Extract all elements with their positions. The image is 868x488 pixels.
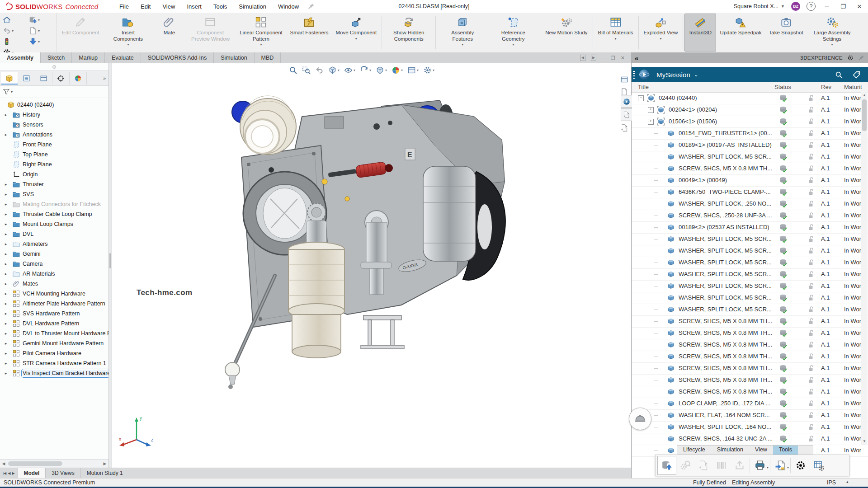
- table-row[interactable]: WASHER, SPLIT LOCK, M5 SCR...A.1In Work: [632, 304, 868, 316]
- panel-pin-icon[interactable]: [858, 55, 864, 61]
- expand-icon[interactable]: +: [648, 107, 654, 113]
- ribbon-button-instant3d[interactable]: Instant3D: [684, 14, 716, 52]
- column-title[interactable]: Title: [638, 84, 649, 90]
- ribbon-button-component-preview-window[interactable]: Component Preview Window: [185, 14, 236, 52]
- table-row[interactable]: SCREW, SHCS, M5 X 0.8 MM TH...A.1In Work: [632, 327, 868, 339]
- tab-simulation[interactable]: Simulation: [214, 52, 254, 63]
- tab-displaymanager[interactable]: [70, 72, 87, 84]
- help-button[interactable]: ?: [807, 2, 816, 11]
- clipboard-button[interactable]: [620, 87, 628, 96]
- ribbon-button-bill-of-materials[interactable]: Bill of Materials▾: [594, 14, 637, 52]
- print-button[interactable]: ▾: [751, 456, 769, 474]
- undo-button[interactable]: ▾: [3, 25, 29, 36]
- panel-side-tab-apps[interactable]: [621, 108, 632, 121]
- apply-scene-button[interactable]: ▾: [406, 65, 420, 75]
- tree-item-top-plane[interactable]: Top Plane: [0, 150, 108, 160]
- sheet-tab-nav[interactable]: |◀◀▶: [0, 468, 18, 478]
- previous-window-button[interactable]: ◀: [580, 55, 585, 61]
- view-orientation-button[interactable]: ▾: [359, 65, 373, 75]
- tab-dimxpertmanager[interactable]: [52, 72, 70, 84]
- status-expand-icon[interactable]: ▴: [846, 479, 849, 484]
- table-row[interactable]: SCREW, SHCS, M5 X 0.8 MM TH...A.1In Work: [632, 351, 868, 363]
- tab-sketch[interactable]: Sketch: [41, 52, 72, 63]
- menu-simulation[interactable]: Simulation: [233, 1, 272, 12]
- table-row[interactable]: 00049<1> (00049)A.1In Work: [632, 174, 868, 187]
- sheet-tab-model[interactable]: Model: [18, 468, 46, 478]
- tree-item-origin[interactable]: Origin: [0, 169, 108, 179]
- mysession-header[interactable]: MySession ⌄: [632, 67, 868, 82]
- ribbon-button-update-speedpak[interactable]: Update Speedpak: [716, 14, 765, 52]
- hide-show-items-button[interactable]: ▾: [343, 65, 357, 75]
- tree-flyout-arrow[interactable]: »: [103, 75, 106, 81]
- graphics-viewport[interactable]: ▾▾▾▾▾▾▾ Tech-hme.com: [112, 63, 631, 468]
- barcode-button[interactable]: [712, 456, 731, 474]
- next-window-button[interactable]: ▶: [591, 55, 596, 61]
- ribbon-button-linear-component-pattern[interactable]: Linear Component Pattern▾: [236, 14, 286, 52]
- tree-item-vch-mounting-hardware[interactable]: ▸VCH Mounting Hardware: [0, 289, 108, 299]
- minimize-button[interactable]: ─: [822, 3, 832, 10]
- tree-item-vis-inspect-cam-bracket-hardware[interactable]: ▸Vis Inspect Cam Bracket Hardware: [0, 368, 108, 378]
- tree-item-gemini-mount-hardware-pattern[interactable]: ▸Gemini Mount Hardware Pattern: [0, 338, 108, 348]
- table-row[interactable]: SCREW, SHCS, M5 X 0.8 MM TH...A.1In Work: [632, 315, 868, 328]
- section-view-button[interactable]: ▾: [327, 65, 341, 75]
- avatar[interactable]: BZ: [791, 2, 800, 11]
- import-button[interactable]: ▾: [29, 36, 55, 47]
- tree-horizontal-scrollbar[interactable]: ◀ ▶: [0, 459, 108, 468]
- session-chevron-icon[interactable]: ⌄: [694, 72, 698, 78]
- assistant-hardhat-button[interactable]: [629, 408, 651, 430]
- panel-tab-tools[interactable]: Tools: [773, 446, 798, 455]
- close-document-button[interactable]: ✕: [621, 55, 625, 61]
- panel-vertical-scrollbar[interactable]: ▲ ▼: [861, 92, 868, 445]
- tree-item-altimeters[interactable]: ▸Altimeters: [0, 239, 108, 249]
- table-row[interactable]: LOOP CLAMP, .250 ID, .172 DIA ...A.1In W…: [632, 398, 868, 410]
- account-menu[interactable]: Square Robot X...▼: [734, 3, 785, 9]
- ribbon-button-reference-geometry[interactable]: Reference Geometry▾: [488, 14, 538, 52]
- tab-evaluate[interactable]: Evaluate: [105, 52, 141, 63]
- tag-icon[interactable]: [853, 71, 860, 79]
- table-row[interactable]: WASHER, SPLIT LOCK, M5 SCR...A.1In Work: [632, 268, 868, 281]
- column-maturity[interactable]: Maturity: [844, 84, 862, 90]
- collapse-icon[interactable]: −: [638, 95, 644, 101]
- table-row[interactable]: −02440 (02440)A.1In Work: [632, 92, 868, 104]
- tree-item-altimeter-plate-hardware-pattern[interactable]: ▸Altimeter Plate Hardware Pattern: [0, 299, 108, 309]
- sheet-tab-3d-views[interactable]: 3D Views: [46, 468, 80, 478]
- tree-item-front-plane[interactable]: Front Plane: [0, 140, 108, 150]
- compare-document-button[interactable]: [694, 456, 712, 474]
- previous-view-button[interactable]: [314, 65, 325, 75]
- ribbon-button-show-hidden-components[interactable]: Show Hidden Components: [383, 14, 434, 52]
- lifecycle-status-button[interactable]: [3, 36, 29, 47]
- table-row[interactable]: WASHER, SPLIT LOCK, M5 SCR...A.1In Work: [632, 292, 868, 304]
- tree-item-dvl-to-thruster-mount-hardware-pa[interactable]: ▸DVL to Thruster Mount Hardware Pa: [0, 328, 108, 338]
- sheet-tab-motion-study-1[interactable]: Motion Study 1: [81, 468, 129, 478]
- tree-item-thruster[interactable]: ▸Thruster: [0, 179, 108, 189]
- tree-rollup-grip[interactable]: [0, 63, 108, 70]
- table-row[interactable]: SCREW, SHCS, M5 X 0.8 MM TH...A.1In Work: [632, 386, 868, 398]
- restore-document-button[interactable]: ❐: [611, 55, 615, 61]
- table-row[interactable]: WASHER, SPLIT LOCK, M5 SCR...A.1In Work: [632, 233, 868, 245]
- tree-item-sensors[interactable]: Sensors: [0, 120, 108, 130]
- tree-item-mating-connectors-for-fitcheck[interactable]: ▸Mating Connectors for Fitcheck: [0, 199, 108, 209]
- table-row[interactable]: 00189<2> (02537 AS INSTALLED)A.1In Work: [632, 221, 868, 234]
- tree-root-assembly[interactable]: 02440 (02440): [0, 100, 108, 110]
- tree-item-dvl-hardware-pattern[interactable]: ▸DVL Hardware Pattern: [0, 319, 108, 328]
- tree-item-svs[interactable]: ▸SVS: [0, 189, 108, 199]
- tree-item-thruster-cable-loop-clamp[interactable]: ▸Thruster Cable Loop Clamp: [0, 209, 108, 219]
- menu-insert[interactable]: Insert: [181, 1, 208, 12]
- new-document-button[interactable]: ▾: [29, 25, 55, 36]
- tree-item-pilot-camera-hardware[interactable]: ▸Pilot Camera Hardware: [0, 348, 108, 358]
- ribbon-button-large-assembly-settings[interactable]: Large Assembly Settings▾: [807, 14, 858, 52]
- pin-menu-icon[interactable]: [307, 3, 315, 10]
- ribbon-button-take-snapshot[interactable]: Take Snapshot: [765, 14, 807, 52]
- menu-view[interactable]: View: [156, 1, 181, 12]
- ribbon-button-exploded-view[interactable]: Exploded View▾: [640, 14, 682, 52]
- ribbon-button-smart-fasteners[interactable]: Smart Fasteners: [286, 14, 332, 52]
- table-row[interactable]: SCREW, SHCS, M5 X 0.8 MM TH...A.1In Work: [632, 362, 868, 375]
- tab-mbd[interactable]: MBD: [255, 52, 281, 63]
- table-row[interactable]: SCREW, SHCS, .164-32 UNC-2A ...A.1In Wor…: [632, 433, 868, 445]
- display-style-button[interactable]: ▾: [374, 65, 388, 75]
- table-row[interactable]: SCREW, SHCS, .250-28 UNF-3A ...A.1In Wor…: [632, 210, 868, 222]
- tree-splitter[interactable]: [109, 63, 112, 468]
- tree-item-mount-loop-clamps[interactable]: ▸Mount Loop Clamps: [0, 219, 108, 229]
- tab-markup[interactable]: Markup: [72, 52, 105, 63]
- zoom-area-button[interactable]: [301, 65, 312, 75]
